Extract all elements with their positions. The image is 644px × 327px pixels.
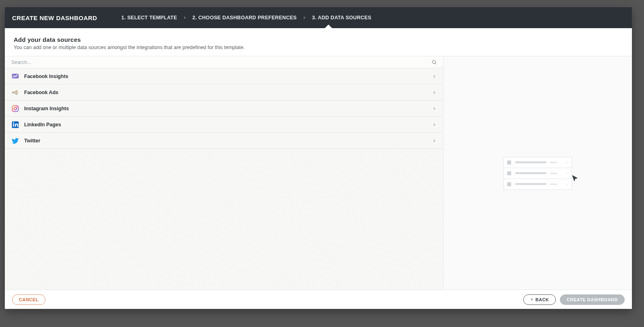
- chevron-right-icon: [432, 122, 437, 127]
- source-item-linkedin-pages[interactable]: LinkedIn Pages: [5, 117, 443, 133]
- chevron-right-icon: [432, 74, 437, 79]
- linkedin-icon: [11, 121, 19, 129]
- cursor-icon: [570, 174, 581, 184]
- svg-point-3: [17, 74, 18, 75]
- chevron-right-icon: [302, 16, 306, 20]
- source-item-facebook-ads[interactable]: Facebook Ads: [5, 84, 443, 101]
- chevron-right-icon: [432, 138, 437, 143]
- back-button[interactable]: BACK: [523, 294, 556, 305]
- svg-rect-5: [12, 105, 19, 111]
- source-label: Facebook Insights: [24, 74, 68, 79]
- active-step-caret: [324, 25, 332, 29]
- facebook-insights-icon: [11, 72, 19, 80]
- modal-body: Facebook Insights Facebook Ads: [5, 56, 632, 290]
- illustration-panel: › › ›: [444, 56, 632, 290]
- svg-rect-9: [13, 123, 14, 127]
- svg-marker-4: [12, 90, 17, 95]
- source-label: Facebook Ads: [24, 90, 58, 95]
- step-choose-preferences[interactable]: 2. CHOOSE DASHBOARD PREFERENCES: [192, 15, 297, 21]
- svg-point-6: [14, 107, 17, 110]
- select-source-illustration: › › ›: [504, 157, 572, 189]
- svg-rect-2: [12, 74, 19, 78]
- step-select-template[interactable]: 1. SELECT TEMPLATE: [121, 15, 177, 21]
- create-dashboard-modal: CREATE NEW DASHBOARD 1. SELECT TEMPLATE …: [5, 7, 632, 309]
- modal-title: CREATE NEW DASHBOARD: [12, 14, 97, 21]
- modal-footer: CANCEL BACK CREATE DASHBOARD: [5, 290, 632, 309]
- instagram-icon: [11, 105, 19, 113]
- back-button-label: BACK: [535, 297, 549, 302]
- facebook-ads-icon: [11, 88, 19, 97]
- source-list: Facebook Insights Facebook Ads: [5, 68, 443, 149]
- twitter-icon: [11, 137, 19, 145]
- source-item-instagram-insights[interactable]: Instagram Insights: [5, 101, 443, 117]
- svg-point-10: [13, 122, 14, 123]
- source-item-facebook-insights[interactable]: Facebook Insights: [5, 68, 443, 84]
- search-row: [5, 56, 443, 68]
- svg-point-7: [17, 106, 17, 107]
- cancel-button[interactable]: CANCEL: [12, 294, 45, 305]
- intro-subtext: You can add one or multiple data sources…: [14, 45, 623, 50]
- search-icon: [431, 60, 437, 65]
- wizard-steps: 1. SELECT TEMPLATE 2. CHOOSE DASHBOARD P…: [121, 15, 371, 21]
- source-label: Instagram Insights: [24, 106, 69, 111]
- svg-point-0: [432, 60, 436, 64]
- source-item-twitter[interactable]: Twitter: [5, 133, 443, 149]
- source-label: Twitter: [24, 138, 40, 144]
- chevron-right-icon: [183, 16, 187, 20]
- step-add-data-sources[interactable]: 3. ADD DATA SOURCES: [312, 15, 371, 21]
- chevron-left-icon: [530, 298, 534, 301]
- intro-block: Add your data sources You can add one or…: [5, 28, 632, 56]
- search-input[interactable]: [11, 60, 431, 65]
- chevron-right-icon: [432, 90, 437, 95]
- modal-header: CREATE NEW DASHBOARD 1. SELECT TEMPLATE …: [5, 7, 632, 28]
- chevron-right-icon: [432, 106, 437, 111]
- intro-heading: Add your data sources: [14, 36, 623, 43]
- svg-line-1: [435, 63, 436, 64]
- data-source-panel: Facebook Insights Facebook Ads: [5, 56, 444, 290]
- create-dashboard-button[interactable]: CREATE DASHBOARD: [560, 294, 625, 305]
- source-label: LinkedIn Pages: [24, 122, 61, 128]
